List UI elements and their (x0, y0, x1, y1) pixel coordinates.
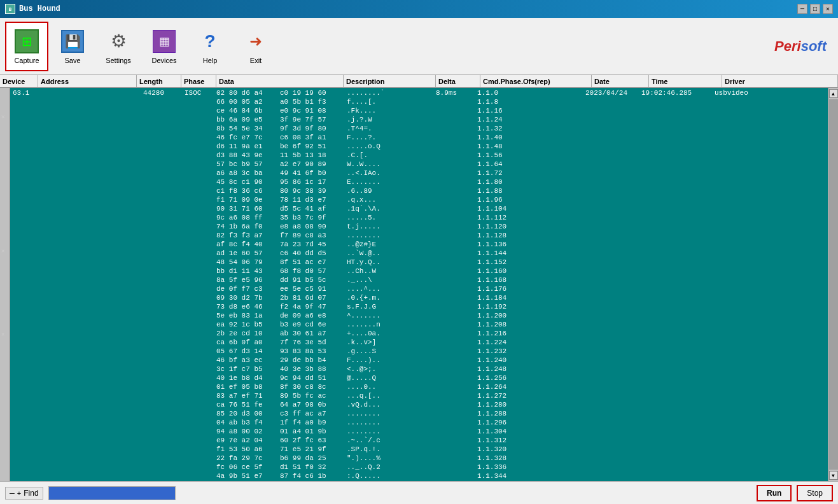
table-row: ea 92 1c b5b3 e9 cd 6e .......n1.1.208 (10, 320, 828, 329)
exit-button[interactable]: ➜ Exit (234, 22, 277, 71)
table-row: bb 6a 09 e53f 9e 7f 57 .j.?.W1.1.24 (10, 115, 828, 124)
title-bar: B Bus Hound ─ □ ✕ (0, 0, 838, 18)
cell-hex2: c0 19 19 60 (277, 88, 344, 97)
settings-button[interactable]: ⚙ Settings (97, 22, 140, 71)
table-row: ca 6b 0f a07f 76 3e 5d .k..v>]1.1.224 (10, 338, 828, 347)
save-button[interactable]: 💾 Save (51, 22, 94, 71)
table-row: de 0f f7 c3ee 5e c5 91 ....^...1.1.176 (10, 284, 828, 293)
settings-icon: ⚙ (107, 30, 130, 53)
scroll-thumb[interactable] (829, 99, 838, 470)
table-row: 8a 5f e5 96dd 91 b5 5c ._...\1.1.168 (10, 276, 828, 284)
help-label: Help (203, 57, 218, 64)
table-row: 46 bf a3 ec29 de bb b4 F....)..1.1.240 (10, 356, 828, 365)
table-row: 57 bc b9 57a2 e7 90 89 W..W....1.1.64 (10, 160, 828, 169)
cell-delta: 8.9ms (433, 88, 475, 97)
vertical-scrollbar[interactable]: ▲ ▼ (828, 88, 838, 481)
cell-phase: ISOC (182, 88, 214, 97)
maximize-button[interactable]: □ (810, 4, 820, 14)
col-address: Address (38, 75, 137, 87)
table-row: 82 f3 f3 a7f7 89 c8 a3 ........1.1.128 (10, 231, 828, 240)
table-row: f1 53 50 a671 e5 21 9f .SP.q.!.1.1.320 (10, 445, 828, 454)
toolbar: Capture 💾 Save ⚙ Settings ▦ Devices ? He… (0, 18, 838, 75)
table-row: 48 54 06 798f 51 ac e7 HT.y.Q..1.1.152 (10, 258, 828, 267)
table-row: 01 ef 05 b88f 30 c8 8c ....0..1.1.264 (10, 382, 828, 391)
col-time: Time (649, 75, 722, 87)
table-row: af 8c f4 407a 23 7d 45 ..@z#}E1.1.136 (10, 240, 828, 249)
table-row: 94 a8 00 0201 a4 01 9b ........1.1.304 (10, 427, 828, 436)
scroll-down-button[interactable]: ▼ (829, 471, 838, 480)
table-row: 22 fa 29 7cb6 99 da 25 ".)....%1.1.328 (10, 454, 828, 463)
run-button[interactable]: Run (757, 485, 792, 501)
table-row: 40 1e b8 d49c 94 dd 51 @.....Q1.1.256 (10, 374, 828, 382)
scroll-up-button[interactable]: ▲ (829, 89, 838, 98)
capture-button[interactable]: Capture (5, 22, 48, 71)
table-row: ad 1e 60 57c6 40 dd d5 ..`W.@..1.1.144 (10, 249, 828, 258)
exit-label: Exit (250, 57, 262, 64)
table-row: 45 8c c1 9095 86 1c 17 E.......1.1.80 (10, 178, 828, 186)
table-row: a6 a8 3c ba49 41 6f b0 ..<.IAo.1.1.72 (10, 169, 828, 178)
devices-button[interactable]: ▦ Devices (143, 22, 186, 71)
table-row: 85 20 d3 00c3 ff ac a7 ........1.1.288 (10, 409, 828, 418)
table-row: bb d1 11 4368 f8 d0 57 ..Ch..W1.1.160 (10, 267, 828, 276)
cell-device: 63.1 (10, 88, 45, 97)
table-row: 05 67 d3 1493 83 8a 53 .g....S1.1.232 (10, 347, 828, 356)
table-row: 46 fc e7 7cc6 08 3f a1 F....?.1.1.40 (10, 133, 828, 142)
cell-desc: ........` (344, 88, 433, 97)
table-row: 2b 2e cd 10ab 30 61 a7 +....0a.1.1.216 (10, 329, 828, 338)
minimize-button[interactable]: ─ (797, 4, 807, 14)
cell-time: 19:02:46.285 (639, 88, 712, 97)
stop-button[interactable]: Stop (797, 485, 833, 501)
table-row: 9c a6 08 ff35 b3 7c 9f .....5.1.1.112 (10, 213, 828, 222)
table-row: 73 d8 e6 46f2 4a 9f 47 s.F.J.G1.1.192 (10, 302, 828, 311)
col-delta: Delta (436, 75, 480, 87)
logo-area: Perisoft (774, 38, 833, 55)
table-row: 04 ab b3 f41f f4 a0 b9 ........1.1.296 (10, 418, 828, 427)
cell-cmd: 1.1.0 (475, 88, 583, 97)
table-row: 83 a7 ef 7189 5b fc ac ...q.[..1.1.272 (10, 391, 828, 400)
table-row: 4a 9b 51 e787 f4 c6 1b :.Q.....1.1.344 (10, 472, 828, 480)
cell-date: 2023/04/24 (583, 88, 639, 97)
exit-icon: ➜ (244, 30, 267, 53)
col-driver: Driver (722, 75, 838, 87)
col-description: Description (344, 75, 436, 87)
devices-icon: ▦ (153, 30, 176, 53)
table-row: 74 1b 6a f0e8 a8 08 90 t.j.....1.1.120 (10, 222, 828, 231)
table-row: 5e eb 83 1ade 09 a6 e8 ^.......1.1.200 (10, 311, 828, 320)
find-label: Find (24, 489, 38, 498)
capture-icon (15, 29, 39, 53)
table-row: ca 76 51 fe64 a7 98 0b .vQ.d...1.1.280 (10, 400, 828, 409)
cell-driver: usbvideo (712, 88, 828, 97)
app-title: Bus Hound (19, 4, 60, 13)
find-plus: + (17, 489, 21, 497)
cell-address (45, 88, 141, 97)
find-input[interactable] (48, 486, 176, 500)
find-button[interactable]: ─ + Find (5, 487, 43, 500)
data-area[interactable]: 63.1 44280 ISOC 02 80 d6 a4 c0 19 19 60 … (10, 88, 828, 481)
col-date: Date (592, 75, 649, 87)
left-marker: ✕ ✕ ✕ (0, 88, 10, 481)
save-icon: 💾 (61, 30, 84, 53)
data-table: 63.1 44280 ISOC 02 80 d6 a4 c0 19 19 60 … (10, 88, 828, 481)
settings-label: Settings (106, 57, 131, 64)
close-button[interactable]: ✕ (823, 4, 833, 14)
cell-hex1: 02 80 d6 a4 (214, 88, 277, 97)
capture-label: Capture (14, 57, 39, 64)
app-icon: B (5, 4, 15, 14)
table-row: 3c 1f c7 b540 3e 3b 88 <..@>;.1.1.248 (10, 365, 828, 374)
help-icon: ? (199, 30, 221, 53)
column-headers: Device Address Length Phase Data Descrip… (0, 75, 838, 88)
table-row: ce 46 84 6be0 9c 91 08 .Fk.... 1.1.16 (10, 106, 828, 115)
perisoft-logo: Perisoft (774, 38, 827, 55)
help-button[interactable]: ? Help (188, 22, 232, 71)
find-minus: ─ (10, 489, 15, 497)
col-data: Data (216, 75, 344, 87)
table-row: 8b 54 5e 349f 3d 9f 80 .T^4=.1.1.32 (10, 124, 828, 133)
table-row: 66 00 05 a2a0 5b b1 f3 f....[.1.1.8 (10, 97, 828, 106)
table-row: 69 4d 42 3307 a3 0c 0a iMC2....1.1.352 (10, 480, 828, 481)
table-row: 63.1 44280 ISOC 02 80 d6 a4 c0 19 19 60 … (10, 88, 828, 97)
table-row: e9 7e a2 0460 2f fc 63 .~..`/.c1.1.312 (10, 436, 828, 445)
table-row: c1 f8 36 c680 9c 38 39 .6..891.1.88 (10, 186, 828, 195)
col-length: Length (137, 75, 181, 87)
table-row: f1 71 09 0e78 11 d3 e7 .q.x...1.1.96 (10, 195, 828, 204)
cell-length: 44280 (141, 88, 182, 97)
